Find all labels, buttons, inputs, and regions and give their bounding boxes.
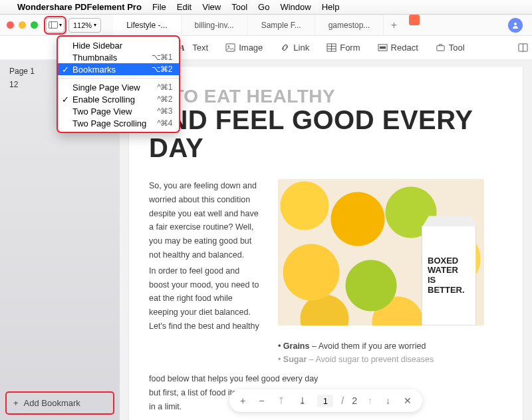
document-viewport[interactable]: W TO EAT HEALTHY AND FEEL GOOD EVERY DAY… [120,60,532,420]
book-icon [518,43,528,53]
carton-text: BETTER. [428,286,465,296]
menu-shortcut: ^⌘4 [157,118,172,128]
menu-two-page[interactable]: Two Page View ^⌘3 [58,105,179,117]
next-page-button[interactable]: ↓ [383,395,393,406]
app-name[interactable]: Wondershare PDFelement Pro [17,2,142,12]
doc-heading-1: W TO EAT HEALTHY [149,87,503,106]
bullet-bold: Grains [283,341,310,351]
tool-label: Tool [449,43,465,53]
close-window-button[interactable] [7,21,14,29]
menu-thumbnails[interactable]: Thumbnails ⌥⌘1 [58,51,179,63]
menu-label: Thumbnails [72,53,117,63]
tab-sample[interactable]: Sample F... [248,15,315,36]
menu-label: Two Page Scrolling [72,118,146,128]
first-page-button[interactable]: ⤒ [275,395,288,406]
tool-tool[interactable]: Tool [436,43,465,53]
menu-label: Enable Scrolling [72,95,135,105]
tab-billing[interactable]: billing-inv... [182,15,248,36]
tab-label: Lifestyle -... [126,21,167,30]
tool-image[interactable]: Image [225,43,263,53]
close-navigator-button[interactable]: ✕ [401,395,414,406]
traffic-lights [7,21,38,29]
image-icon [225,43,235,53]
user-avatar[interactable] [508,18,523,33]
tab-lifestyle[interactable]: Lifestyle -... [113,15,181,36]
doc-heading-2: AND FEEL GOOD EVERY DAY [149,106,503,162]
menu-file[interactable]: File [152,2,166,12]
plus-icon: + [13,398,19,408]
carton-text: BOXED [428,256,458,266]
tool-reader-view[interactable] [518,43,528,53]
app-grid-icon[interactable] [409,15,420,25]
zoom-window-button[interactable] [31,21,38,29]
page-current-input[interactable] [317,395,333,407]
mac-menubar: Wondershare PDFelement Pro File Edit Vie… [0,0,532,15]
doc-right-column: BOXED WATER IS BETTER. • Grains – Avoid … [278,179,503,368]
menu-go[interactable]: Go [258,2,269,12]
bullet-text: – Avoid them if you are worried [309,341,426,351]
tab-label: billing-inv... [195,21,234,30]
doc-para2a: In order to feel good and boost your moo… [149,264,262,333]
menu-two-page-scrolling[interactable]: Two Page Scrolling ^⌘4 [58,117,179,129]
tool-label: Redact [391,43,418,53]
menu-single-page[interactable]: Single Page View ^⌘1 [58,81,179,93]
menu-tool[interactable]: Tool [231,2,247,12]
menu-window[interactable]: Window [280,2,311,12]
svg-rect-0 [49,22,57,29]
last-page-button[interactable]: ⤓ [296,395,309,406]
hero-image: BOXED WATER IS BETTER. [278,179,484,325]
zoom-select[interactable]: 112% ▾ [68,18,101,33]
text-icon: A [179,43,189,53]
tab-gamestop[interactable]: gamestop... [315,15,384,36]
tool-label: Text [192,43,208,53]
menu-view[interactable]: View [202,2,221,12]
tool-form[interactable]: Form [327,43,360,53]
menu-edit[interactable]: Edit [177,2,192,12]
sidebar-panel-menu: Hide Sidebar Thumbnails ⌥⌘1 ✓ Bookmarks … [57,36,180,132]
tool-label: Form [340,43,360,53]
menu-shortcut: ^⌘1 [157,83,172,92]
menu-bookmarks[interactable]: ✓ Bookmarks ⌥⌘2 [58,63,179,75]
svg-rect-3 [226,44,235,51]
sidebar-spacer [0,100,120,386]
new-tab-button[interactable]: + [384,15,404,36]
bullet-sugar: • Sugar – Avoid sugar to prevent disease… [278,355,503,364]
tool-redact[interactable]: Redact [378,43,418,53]
svg-rect-11 [437,46,444,51]
toolbox-icon [436,43,446,53]
check-icon: ✓ [62,95,69,105]
menu-label: Single Page View [72,83,140,93]
zoom-in-button[interactable]: + [237,395,248,406]
menu-shortcut: ^⌘2 [157,95,172,104]
add-bookmark-button[interactable]: + Add Bookmark [7,393,113,413]
menu-label: Two Page View [72,106,132,116]
chevron-down-icon: ▾ [59,22,62,28]
bullet-grains: • Grains – Avoid them if you are worried [278,341,503,351]
tool-text[interactable]: A Text [179,43,208,53]
tool-link[interactable]: Link [280,43,309,53]
tab-label: Sample F... [261,21,301,30]
person-icon [511,21,519,29]
svg-rect-10 [379,47,385,49]
bullet-bold: Sugar [283,355,307,364]
bullet-text: – Avoid sugar to prevent diseases [307,355,434,364]
sidebar-panel-button[interactable]: ▾ [46,18,65,33]
tab-label: gamestop... [329,21,370,30]
menu-shortcut: ⌥⌘1 [152,53,172,62]
menu-label: Hide Sidebar [72,41,122,51]
menu-shortcut: ^⌘3 [157,106,172,116]
check-icon: ✓ [62,65,69,75]
zoom-value: 112% [73,21,92,29]
tool-label: Link [293,43,309,53]
zoom-out-button[interactable]: − [256,395,267,406]
minimize-window-button[interactable] [19,21,26,29]
page-navigator: + − ⤒ ⤓ / 2 ↑ ↓ ✕ [229,389,422,412]
link-icon [280,43,290,53]
menu-label: Bookmarks [72,65,116,75]
menu-hide-sidebar[interactable]: Hide Sidebar [58,39,179,51]
carton-text: IS [428,276,436,286]
menu-enable-scrolling[interactable]: ✓ Enable Scrolling ^⌘2 [58,93,179,105]
prev-page-button[interactable]: ↑ [365,395,375,406]
menu-help[interactable]: Help [322,2,340,12]
page-total: 2 [352,395,357,406]
